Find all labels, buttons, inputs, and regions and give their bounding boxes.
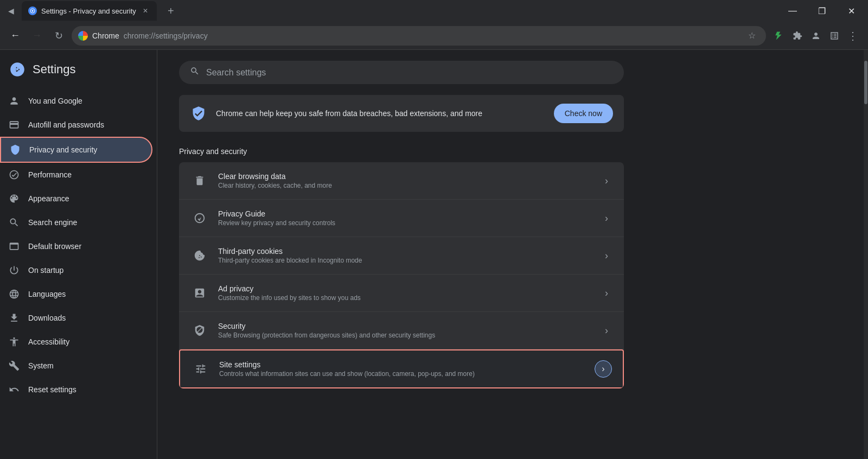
sidebar-item-label: Appearance <box>28 194 69 203</box>
sidebar-item-accessibility[interactable]: Accessibility <box>0 330 152 354</box>
address-favicon: Chrome <box>78 31 119 41</box>
settings-item-third-party-cookies[interactable]: Third-party cookies Third-party cookies … <box>179 237 624 275</box>
sidebar-item-label: On startup <box>28 266 63 275</box>
main-content: Settings You and Google Autofill and pas… <box>0 50 868 459</box>
tab-back-btn[interactable]: ◀ <box>4 4 17 17</box>
browser-icon <box>9 241 20 252</box>
bookmark-btn[interactable]: ☆ <box>744 28 760 43</box>
extensions-btn[interactable] <box>789 27 806 44</box>
settings-item-desc: Controls what information sites can use … <box>219 370 595 378</box>
sidebar-item-appearance[interactable]: Appearance <box>0 187 152 211</box>
settings-item-desc: Customize the info used by sites to show… <box>218 294 600 302</box>
browser-frame: ◀ Settings - Privacy and security ✕ + — … <box>0 0 868 459</box>
safety-text: Chrome can help keep you safe from data … <box>216 109 545 118</box>
close-btn[interactable]: ✕ <box>839 2 864 20</box>
settings-item-text: Clear browsing data Clear history, cooki… <box>218 172 600 189</box>
compass-icon <box>190 208 209 228</box>
sidebar-item-label: Languages <box>28 290 66 298</box>
sidebar-item-system[interactable]: System <box>0 354 152 378</box>
window-controls: — ❐ ✕ <box>780 2 864 20</box>
settings-item-desc: Review key privacy and security controls <box>218 219 600 227</box>
sliders-icon <box>191 359 210 379</box>
forward-btn[interactable]: → <box>28 27 46 44</box>
address-url: chrome://settings/privacy <box>124 31 208 40</box>
palette-icon <box>9 193 20 204</box>
search-input[interactable] <box>206 68 613 78</box>
sidebar-item-languages[interactable]: Languages <box>0 282 152 306</box>
chevron-right-icon: › <box>600 174 613 187</box>
settings-item-clear-browsing[interactable]: Clear browsing data Clear history, cooki… <box>179 162 624 200</box>
accessibility-icon <box>9 336 20 347</box>
tab-close-btn[interactable]: ✕ <box>141 6 150 16</box>
content-inner: Chrome can help keep you safe from data … <box>157 95 646 410</box>
settings-title: Settings <box>33 62 76 76</box>
content-scrollbar[interactable] <box>864 50 868 459</box>
settings-item-title: Third-party cookies <box>218 247 600 256</box>
sidebar-item-autofill[interactable]: Autofill and passwords <box>0 113 152 137</box>
sidebar-item-label: You and Google <box>28 97 82 105</box>
sidebar-item-search-engine[interactable]: Search engine <box>0 211 152 234</box>
new-tab-btn[interactable]: + <box>163 3 178 18</box>
check-now-button[interactable]: Check now <box>554 104 613 123</box>
sidebar-item-label: Accessibility <box>28 337 69 346</box>
settings-item-privacy-guide[interactable]: Privacy Guide Review key privacy and sec… <box>179 200 624 237</box>
safety-shield-icon <box>190 105 207 122</box>
sidebar-item-privacy[interactable]: Privacy and security <box>0 137 152 163</box>
sidebar-item-downloads[interactable]: Downloads <box>0 306 152 330</box>
sidebar-item-label: Performance <box>28 170 72 179</box>
chrome-logo-icon <box>78 31 88 41</box>
back-btn[interactable]: ← <box>7 27 24 44</box>
maximize-btn[interactable]: ❐ <box>809 2 834 20</box>
settings-item-security[interactable]: Security Safe Browsing (protection from … <box>179 312 624 349</box>
content-area: Chrome can help keep you safe from data … <box>157 50 864 459</box>
badge-icon <box>9 119 20 130</box>
sidebar-item-reset[interactable]: Reset settings <box>0 378 152 401</box>
gauge-icon <box>9 169 20 180</box>
globe-icon <box>9 289 20 299</box>
profile-btn[interactable] <box>807 27 825 44</box>
sidebar-item-on-startup[interactable]: On startup <box>0 258 152 282</box>
sidebar-item-performance[interactable]: Performance <box>0 163 152 187</box>
sidebar-item-label: System <box>28 361 54 370</box>
sidebar: Settings You and Google Autofill and pas… <box>0 50 157 459</box>
search-bar[interactable] <box>179 61 624 84</box>
settings-item-site-settings[interactable]: Site settings Controls what information … <box>179 349 624 388</box>
chevron-right-icon: › <box>600 212 613 225</box>
person-icon <box>9 95 20 106</box>
reload-btn[interactable]: ↻ <box>50 27 67 44</box>
nav-bar: ← → ↻ Chrome chrome://settings/privacy ☆ <box>0 22 868 50</box>
sidebar-item-default-browser[interactable]: Default browser <box>0 234 152 258</box>
browser-tab-active[interactable]: Settings - Privacy and security ✕ <box>22 1 157 21</box>
sidebar-item-label: Search engine <box>28 218 77 227</box>
address-path: privacy <box>183 31 207 40</box>
safety-card: Chrome can help keep you safe from data … <box>179 95 624 132</box>
search-icon <box>190 66 200 79</box>
settings-item-title: Site settings <box>219 360 595 369</box>
settings-logo <box>9 61 26 78</box>
sidebar-item-label: Default browser <box>28 242 81 251</box>
search-bar-container <box>157 50 864 95</box>
tab-favicon <box>28 7 37 15</box>
tab-title: Settings - Privacy and security <box>41 7 136 15</box>
shield-icon <box>10 144 21 155</box>
settings-item-title: Ad privacy <box>218 284 600 293</box>
sidebar-nav: You and Google Autofill and passwords Pr… <box>0 87 157 404</box>
energy-btn[interactable] <box>770 27 788 44</box>
sidebar-btn[interactable] <box>826 27 843 44</box>
settings-item-ad-privacy[interactable]: Ad privacy Customize the info used by si… <box>179 275 624 312</box>
settings-item-text: Site settings Controls what information … <box>219 360 595 378</box>
settings-item-desc: Third-party cookies are blocked in Incog… <box>218 257 600 264</box>
reset-icon <box>9 384 20 395</box>
section-heading: Privacy and security <box>179 147 624 156</box>
sidebar-item-label: Reset settings <box>28 385 76 394</box>
chevron-right-icon: › <box>595 360 612 378</box>
shield-security-icon <box>190 321 209 340</box>
menu-btn[interactable]: ⋮ <box>844 27 861 44</box>
settings-item-text: Security Safe Browsing (protection from … <box>218 322 600 339</box>
sidebar-item-you-and-google[interactable]: You and Google <box>0 89 152 113</box>
minimize-btn[interactable]: — <box>780 2 805 20</box>
cookie-icon <box>190 246 209 265</box>
address-bar[interactable]: Chrome chrome://settings/privacy ☆ <box>72 26 766 46</box>
ad-icon <box>190 283 209 303</box>
address-domain: chrome://settings/ <box>124 31 184 40</box>
